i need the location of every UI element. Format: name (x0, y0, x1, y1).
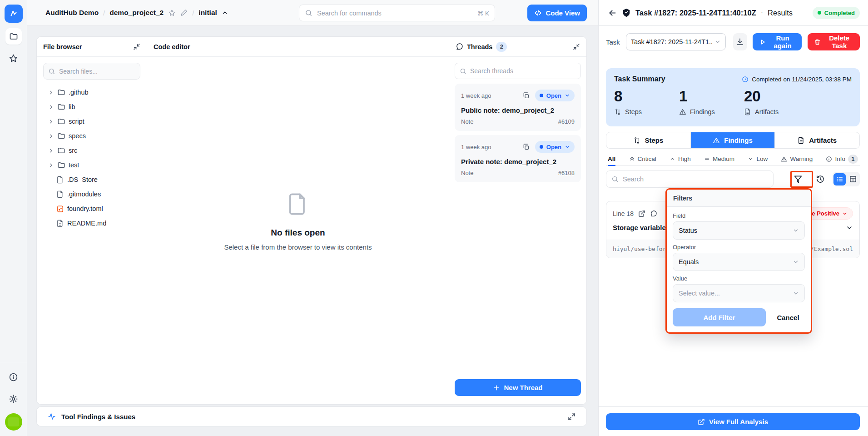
tree-folder-test[interactable]: test (37, 158, 147, 172)
tab-findings[interactable]: Findings (691, 132, 775, 148)
thread-card[interactable]: 1 week ago Open Private note: demo_proje… (455, 135, 581, 182)
severity-label: High (678, 155, 691, 162)
folder-icon (57, 132, 65, 140)
finding-title: Storage variable (613, 224, 666, 231)
info-button[interactable] (5, 369, 22, 385)
back-arrow-icon[interactable] (608, 8, 617, 18)
thread-status-dropdown[interactable]: Open (535, 141, 575, 153)
severity-all[interactable]: All (608, 153, 615, 166)
code-view-label: Code View (546, 9, 580, 17)
info-icon (9, 372, 18, 382)
audithub-logo[interactable] (5, 5, 23, 23)
severity-label: Info (835, 155, 845, 162)
external-link-icon[interactable] (638, 210, 645, 217)
summary-completed-on: Completed on 11/24/2025, 03:38 PM (752, 76, 852, 83)
stat-steps: 8 Steps (614, 88, 679, 115)
tab-label: Steps (645, 136, 663, 144)
tree-file-readme[interactable]: README.md (37, 216, 147, 231)
severity-critical[interactable]: Critical (629, 153, 656, 165)
tree-file-ds-store[interactable]: .DS_Store (37, 172, 147, 187)
thread-time: 1 week ago (461, 92, 491, 99)
thread-status-dropdown[interactable]: Open (535, 90, 575, 101)
chevron-up-icon[interactable] (222, 10, 228, 16)
collapse-panel-icon[interactable] (133, 43, 140, 50)
value-select[interactable]: Select value... (673, 284, 805, 302)
severity-warning[interactable]: Warning (781, 153, 813, 165)
copy-icon[interactable] (522, 143, 530, 150)
file-search[interactable] (43, 63, 140, 80)
tab-artifacts[interactable]: Artifacts (775, 132, 859, 148)
tree-folder-lib[interactable]: lib (37, 100, 147, 114)
file-search-input[interactable] (59, 68, 135, 75)
table-icon (849, 175, 857, 183)
tree-folder-src[interactable]: src (37, 143, 147, 158)
severity-label: All (608, 155, 615, 162)
list-view-button[interactable] (833, 173, 846, 185)
thread-status-label: Open (546, 144, 561, 150)
comment-icon[interactable] (650, 210, 657, 217)
breadcrumb-separator: / (103, 9, 105, 17)
tree-folder-specs[interactable]: specs (37, 129, 147, 143)
task-selector-label: Task (606, 38, 620, 46)
filters-popup-title: Filters (667, 190, 811, 207)
file-icon (286, 192, 310, 216)
task-title: Task #1827: 2025-11-24T11:40:10Z (635, 9, 756, 17)
severity-info[interactable]: Info 1 (826, 153, 858, 165)
breadcrumb-branch[interactable]: initial (198, 9, 217, 17)
sidebar-item-files[interactable] (5, 28, 22, 45)
chevron-down-icon[interactable] (846, 224, 853, 231)
task-results-header: Task #1827: 2025-11-24T11:40:10Z · Resul… (599, 0, 868, 26)
view-full-analysis-button[interactable]: View Full Analysis (606, 413, 860, 430)
add-filter-button[interactable]: Add Filter (673, 308, 766, 326)
delete-task-button[interactable]: Delete Task (808, 33, 860, 50)
threads-title: Threads (467, 43, 492, 50)
external-link-icon (698, 418, 705, 426)
download-button[interactable] (733, 33, 747, 50)
command-search-input[interactable] (317, 10, 473, 17)
field-select[interactable]: Status (673, 221, 805, 240)
avatar[interactable] (5, 413, 22, 431)
operator-label: Operator (673, 244, 805, 251)
copy-icon[interactable] (522, 92, 530, 99)
findings-search-input[interactable] (623, 175, 768, 183)
chevron-down-icon (748, 156, 754, 162)
command-search[interactable]: ⌘ K (299, 5, 495, 21)
tree-file-gitmodules[interactable]: .gitmodules (37, 187, 147, 201)
table-view-button[interactable] (847, 173, 859, 185)
settings-button[interactable] (5, 391, 22, 407)
findings-search[interactable] (606, 170, 774, 188)
breadcrumb-project[interactable]: AuditHub Demo (45, 9, 99, 17)
results-tabs: Steps Findings Artifacts (606, 132, 860, 149)
severity-high[interactable]: High (670, 153, 691, 165)
thread-search-input[interactable] (470, 67, 576, 75)
audithub-logo-icon (9, 9, 19, 19)
filter-button[interactable] (790, 171, 806, 187)
tree-folder-github[interactable]: .github (37, 85, 147, 100)
cancel-button[interactable]: Cancel (771, 308, 805, 326)
severity-medium[interactable]: Medium (704, 153, 734, 165)
tree-file-foundry-toml[interactable]: foundry.toml (37, 201, 147, 216)
code-view-button[interactable]: Code View (527, 5, 587, 21)
filters-popup: Filters Field Status Operator Equals Val… (665, 188, 812, 334)
tree-item-label: foundry.toml (67, 205, 103, 212)
chevron-down-icon (793, 290, 799, 296)
file-icon (56, 190, 64, 198)
task-selector[interactable]: Task #1827: 2025-11-24T1... (626, 33, 726, 50)
tab-steps[interactable]: Steps (606, 132, 691, 148)
breadcrumb-repo[interactable]: demo_project_2 (109, 9, 164, 17)
edit-pencil-icon[interactable] (180, 9, 188, 16)
tool-findings-bar[interactable]: Tool Findings & Issues (36, 406, 587, 426)
run-again-button[interactable]: Run again (753, 33, 802, 50)
tree-folder-script[interactable]: script (37, 114, 147, 129)
severity-filter-row: All Critical High Medium Low Warning Inf… (606, 153, 860, 166)
sidebar-item-favorites[interactable] (5, 50, 22, 66)
thread-card[interactable]: 1 week ago Open Public note: demo_projec… (455, 84, 581, 131)
history-button[interactable] (814, 173, 826, 185)
severity-low[interactable]: Low (748, 153, 768, 165)
collapse-panel-icon[interactable] (573, 43, 580, 50)
expand-icon[interactable] (568, 413, 575, 421)
thread-search[interactable] (455, 63, 581, 79)
new-thread-button[interactable]: New Thread (455, 379, 581, 396)
operator-select[interactable]: Equals (673, 253, 805, 271)
favorite-star-icon[interactable] (168, 9, 176, 17)
